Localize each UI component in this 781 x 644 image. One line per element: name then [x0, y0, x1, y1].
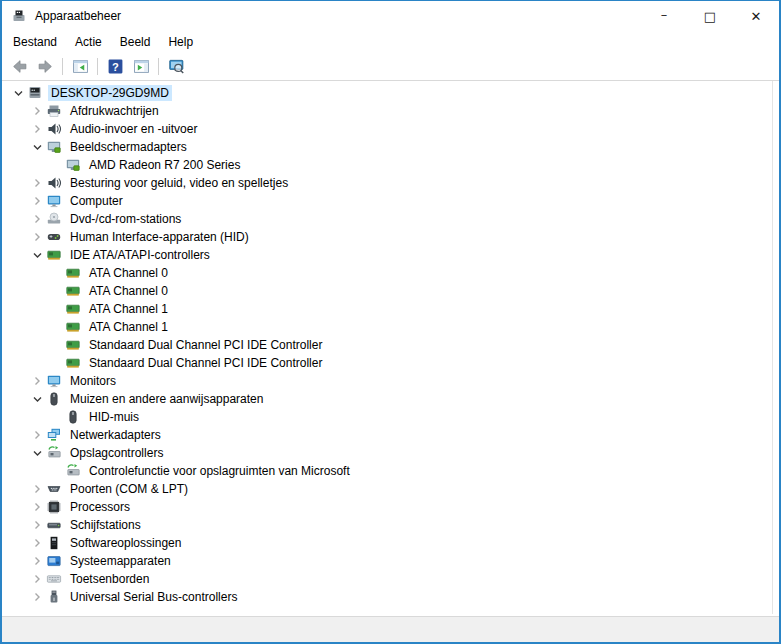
tree-item-label: Universal Serial Bus-controllers — [67, 589, 240, 605]
monitor-icon — [46, 373, 62, 389]
minimize-button[interactable]: – — [641, 1, 687, 31]
tree-item-label: Poorten (COM & LPT) — [67, 481, 191, 497]
chevron-spacer — [48, 463, 65, 479]
chevron-collapsed-icon[interactable] — [29, 553, 46, 569]
toolbar-separator — [62, 58, 63, 75]
tree-item-label: Monitors — [67, 373, 119, 389]
tree-item-label: AMD Radeon R7 200 Series — [86, 157, 243, 173]
menu-actie[interactable]: Actie — [66, 32, 111, 52]
tree-item-label: Audio-invoer en -uitvoer — [67, 121, 200, 137]
tree-item[interactable]: Dvd-/cd-rom-stations — [2, 210, 779, 228]
menu-bar: BestandActieBeeldHelp — [2, 31, 779, 53]
tree-item[interactable]: Computer — [2, 192, 779, 210]
help-button[interactable]: ? — [102, 55, 128, 79]
chevron-spacer — [48, 319, 65, 335]
chevron-spacer — [48, 337, 65, 353]
tree-item[interactable]: Universal Serial Bus-controllers — [2, 588, 779, 606]
chevron-collapsed-icon[interactable] — [29, 499, 46, 515]
storage-controller-icon — [46, 445, 62, 461]
action-pane-toggle-button[interactable] — [128, 55, 154, 79]
tree-item[interactable]: HID-muis — [2, 408, 779, 426]
chevron-spacer — [48, 265, 65, 281]
forward-button[interactable] — [32, 55, 58, 79]
tree-item-label: IDE ATA/ATAPI-controllers — [67, 247, 213, 263]
menu-help[interactable]: Help — [159, 32, 202, 52]
chevron-collapsed-icon[interactable] — [29, 193, 46, 209]
tree-item-label: Computer — [67, 193, 126, 209]
arrow-left-icon — [11, 58, 28, 75]
title-bar[interactable]: Apparaatbeheer – □ ✕ — [2, 1, 779, 31]
maximize-button[interactable]: □ — [687, 1, 733, 31]
tree-item[interactable]: Standaard Dual Channel PCI IDE Controlle… — [2, 354, 779, 372]
tree-item[interactable]: Human Interface-apparaten (HID) — [2, 228, 779, 246]
menu-bestand[interactable]: Bestand — [4, 32, 66, 52]
chevron-expanded-icon[interactable] — [29, 445, 46, 461]
tree-item[interactable]: Poorten (COM & LPT) — [2, 480, 779, 498]
chevron-expanded-icon[interactable] — [29, 391, 46, 407]
chevron-collapsed-icon[interactable] — [29, 481, 46, 497]
tree-item-label: Beeldschermadapters — [67, 139, 190, 155]
display-adapter-icon — [46, 139, 62, 155]
tree-item[interactable]: Standaard Dual Channel PCI IDE Controlle… — [2, 336, 779, 354]
tree-item[interactable]: IDE ATA/ATAPI-controllers — [2, 246, 779, 264]
tree-item[interactable]: Softwareoplossingen — [2, 534, 779, 552]
status-bar — [2, 616, 779, 642]
tree-item-label: Dvd-/cd-rom-stations — [67, 211, 184, 227]
tree-item[interactable]: DESKTOP-29GD9MD — [2, 84, 779, 102]
mouse-icon — [46, 391, 62, 407]
monitor-icon — [46, 193, 62, 209]
chevron-collapsed-icon[interactable] — [29, 589, 46, 605]
ide-controller-icon — [65, 355, 81, 371]
disk-drive-icon — [46, 517, 62, 533]
tree-item[interactable]: Monitors — [2, 372, 779, 390]
chevron-collapsed-icon[interactable] — [29, 229, 46, 245]
display-adapter-icon — [65, 157, 81, 173]
tree-item[interactable]: ATA Channel 1 — [2, 300, 779, 318]
console-tree-toggle-button[interactable] — [67, 55, 93, 79]
back-button[interactable] — [6, 55, 32, 79]
tree-item[interactable]: Controlefunctie voor opslagruimten van M… — [2, 462, 779, 480]
software-component-icon — [46, 535, 62, 551]
tree-item[interactable]: Beeldschermadapters — [2, 138, 779, 156]
serial-port-icon — [46, 481, 62, 497]
tree-item[interactable]: ATA Channel 0 — [2, 282, 779, 300]
device-manager-window: Apparaatbeheer – □ ✕ BestandActieBeeldHe… — [0, 0, 781, 644]
chevron-collapsed-icon[interactable] — [29, 175, 46, 191]
chevron-expanded-icon[interactable] — [29, 247, 46, 263]
arrow-right-icon — [37, 58, 54, 75]
menu-beeld[interactable]: Beeld — [111, 32, 160, 52]
tree-item[interactable]: Afdrukwachtrijen — [2, 102, 779, 120]
tree-item-label: Netwerkadapters — [67, 427, 164, 443]
tree-item[interactable]: Processors — [2, 498, 779, 516]
tree-item[interactable]: Audio-invoer en -uitvoer — [2, 120, 779, 138]
chevron-collapsed-icon[interactable] — [29, 103, 46, 119]
device-manager-app-icon[interactable] — [11, 8, 27, 24]
tree-item-label: Processors — [67, 499, 133, 515]
tree-item[interactable]: Muizen en andere aanwijsapparaten — [2, 390, 779, 408]
chevron-collapsed-icon[interactable] — [29, 427, 46, 443]
chevron-expanded-icon[interactable] — [29, 139, 46, 155]
close-button[interactable]: ✕ — [733, 1, 779, 31]
keyboard-icon — [46, 571, 62, 587]
chevron-collapsed-icon[interactable] — [29, 211, 46, 227]
tree-item[interactable]: Toetsenborden — [2, 570, 779, 588]
chevron-spacer — [48, 355, 65, 371]
tree-item[interactable]: Systeemapparaten — [2, 552, 779, 570]
chevron-collapsed-icon[interactable] — [29, 373, 46, 389]
tree-item[interactable]: Schijfstations — [2, 516, 779, 534]
chevron-collapsed-icon[interactable] — [29, 121, 46, 137]
tree-item[interactable]: Opslagcontrollers — [2, 444, 779, 462]
chevron-collapsed-icon[interactable] — [29, 517, 46, 533]
chevron-collapsed-icon[interactable] — [29, 571, 46, 587]
system-device-icon — [46, 553, 62, 569]
tree-item[interactable]: ATA Channel 0 — [2, 264, 779, 282]
tree-item[interactable]: Besturing voor geluid, video en spelletj… — [2, 174, 779, 192]
chevron-expanded-icon[interactable] — [10, 85, 27, 101]
chevron-collapsed-icon[interactable] — [29, 535, 46, 551]
tree-item[interactable]: Netwerkadapters — [2, 426, 779, 444]
tree-item[interactable]: AMD Radeon R7 200 Series — [2, 156, 779, 174]
console-tree-panel: DESKTOP-29GD9MDAfdrukwachtrijenAudio-inv… — [2, 81, 779, 616]
scan-hardware-changes-button[interactable] — [163, 55, 189, 79]
ide-controller-icon — [65, 337, 81, 353]
tree-item[interactable]: ATA Channel 1 — [2, 318, 779, 336]
